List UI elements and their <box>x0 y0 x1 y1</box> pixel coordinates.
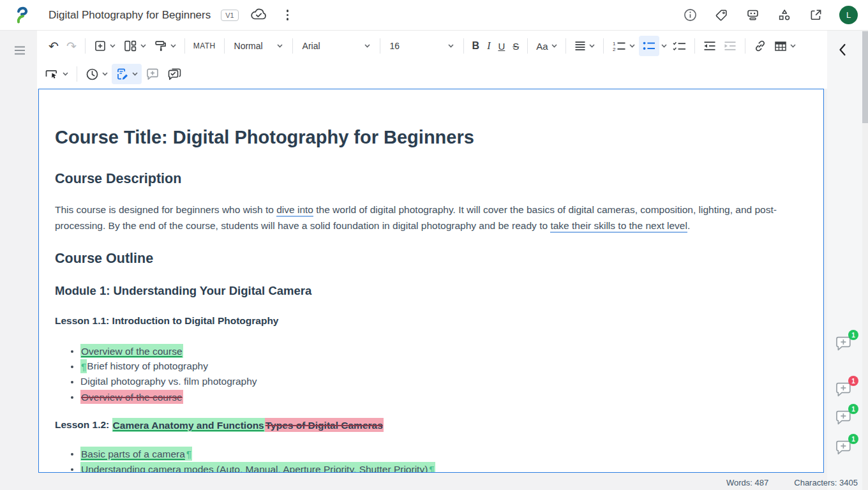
deleted-text[interactable]: Types of Digital Cameras <box>265 418 384 432</box>
chevron-down-icon <box>110 44 116 48</box>
bold-button[interactable]: B <box>468 36 484 56</box>
inserted-text[interactable]: Overview of the course <box>80 344 183 358</box>
selection-cursor-icon <box>45 69 59 79</box>
doc-description-paragraph: This course is designed for beginners wh… <box>55 202 802 234</box>
status-bar: Words: 487 Characters: 3405 <box>726 478 858 487</box>
paragraph-style-dropdown[interactable]: Normal <box>229 36 288 56</box>
app-logo-icon[interactable] <box>14 6 33 25</box>
table-icon <box>774 41 787 52</box>
redo-button[interactable]: ↷ <box>63 36 80 56</box>
more-options-menu[interactable] <box>282 9 294 22</box>
add-comment-button[interactable] <box>142 64 163 84</box>
track-changes-icon <box>116 68 129 80</box>
list-item-text: Digital photography vs. film photography <box>80 376 257 387</box>
character-count: Characters: 3405 <box>794 478 858 487</box>
contact-card-icon[interactable] <box>746 8 760 22</box>
history-clock-icon <box>86 68 99 81</box>
layout-columns-icon <box>123 40 137 52</box>
track-change-marker-button[interactable]: 1 <box>834 334 857 356</box>
version-badge[interactable]: V1 <box>221 10 238 21</box>
description-text: This course is designed for beginners wh… <box>55 204 276 215</box>
insert-element-button[interactable] <box>90 36 119 56</box>
insert-link-button[interactable] <box>750 36 770 56</box>
scrollbar-thumb[interactable] <box>862 31 868 123</box>
insertion-count-badge: 1 <box>848 404 858 414</box>
commented-text[interactable]: dive into <box>276 204 313 217</box>
list-item: ¶Brief history of photography <box>80 359 807 374</box>
inserted-text[interactable]: Camera Anatomy and Functions <box>112 418 265 432</box>
font-family-value: Arial <box>303 41 361 51</box>
chevron-down-icon <box>63 72 68 76</box>
outdent-icon <box>703 41 716 51</box>
underline-button[interactable]: U <box>494 36 509 56</box>
inserted-pilcrow-mark[interactable]: ¶ <box>80 359 87 373</box>
outdent-button[interactable] <box>700 36 720 56</box>
track-change-marker-button[interactable]: 1 <box>834 438 857 460</box>
outline-list-icon[interactable] <box>14 45 26 58</box>
math-button[interactable]: MATH <box>190 36 220 56</box>
layout-button[interactable] <box>119 36 150 56</box>
chevron-down-icon <box>629 44 635 48</box>
user-avatar[interactable]: L <box>839 6 858 24</box>
version-history-button[interactable] <box>82 64 112 84</box>
font-family-dropdown[interactable]: Arial <box>297 36 375 56</box>
scrollbar-track[interactable] <box>862 31 868 490</box>
toolbar-row-1: ↶ ↷ <box>37 31 827 61</box>
inserted-pilcrow-mark[interactable]: ¶ <box>186 447 192 461</box>
collapse-panel-button[interactable] <box>837 42 848 60</box>
track-change-marker-button[interactable]: 1 <box>834 408 857 430</box>
bullet-list-options-button[interactable] <box>659 36 669 56</box>
insert-table-button[interactable] <box>770 36 800 56</box>
chevron-down-icon <box>170 44 176 48</box>
toolbar-divider <box>694 38 695 54</box>
selection-tool-button[interactable] <box>41 64 72 84</box>
paint-format-button[interactable] <box>150 36 180 56</box>
toolbar-divider <box>380 38 380 54</box>
shapes-hierarchy-icon[interactable] <box>777 8 791 22</box>
list-item: Overview of the course <box>80 343 807 359</box>
paragraph-style-value: Normal <box>234 41 274 51</box>
svg-text:2: 2 <box>613 47 616 52</box>
align-justify-icon <box>574 40 586 52</box>
strikethrough-button[interactable]: S <box>509 36 523 56</box>
lesson11-bullet-list: Overview of the course ¶Brief history of… <box>55 343 807 405</box>
inserted-text[interactable]: Understanding camera modes (Auto, Manual… <box>80 462 428 473</box>
undo-button[interactable]: ↶ <box>45 36 63 56</box>
doc-course-title: Course Title: Digital Photography for Be… <box>55 126 807 149</box>
chevron-down-icon <box>661 44 667 48</box>
font-size-dropdown[interactable]: 16 <box>385 36 459 56</box>
bullet-list-button[interactable] <box>639 36 659 56</box>
indent-button[interactable] <box>720 36 740 56</box>
toolbar-divider <box>527 38 528 54</box>
checklist-button[interactable] <box>669 36 690 56</box>
comments-panel-button[interactable] <box>163 64 186 84</box>
list-item-text: Brief history of photography <box>87 360 208 371</box>
chevron-down-icon <box>140 44 146 48</box>
track-changes-button[interactable] <box>112 64 142 84</box>
redo-icon: ↷ <box>66 40 77 52</box>
text-align-button[interactable] <box>571 36 599 56</box>
chevron-left-icon <box>837 42 848 57</box>
svg-text:1: 1 <box>613 41 616 47</box>
numbered-list-button[interactable]: 1 2 <box>608 36 639 56</box>
info-icon[interactable] <box>684 8 697 22</box>
inserted-pilcrow-mark[interactable]: ¶ <box>428 462 435 473</box>
toolbar-divider <box>184 38 185 54</box>
commented-text[interactable]: take their skills to the next level <box>550 220 687 233</box>
list-item: Overview of the course <box>80 389 807 405</box>
toolbar-divider <box>603 38 604 54</box>
tag-icon[interactable] <box>715 8 728 22</box>
inserted-text[interactable]: Basic parts of a camera <box>80 447 186 461</box>
deleted-text[interactable]: Overview of the course <box>80 390 183 404</box>
font-case-button[interactable]: Aa <box>532 36 560 56</box>
document-title: Digital Photography for Beginners <box>49 9 211 22</box>
doc-lesson12-heading: Lesson 1.2: Camera Anatomy and Functions… <box>55 419 807 431</box>
share-icon[interactable] <box>809 8 823 22</box>
toolbar-divider <box>463 38 464 54</box>
track-change-marker-button[interactable]: 1 <box>834 380 857 402</box>
link-icon <box>754 40 767 52</box>
italic-button[interactable]: I <box>483 36 494 56</box>
document-page[interactable]: Course Title: Digital Photography for Be… <box>38 89 824 473</box>
numbered-list-icon: 1 2 <box>612 40 626 52</box>
chevron-down-icon <box>551 44 557 48</box>
